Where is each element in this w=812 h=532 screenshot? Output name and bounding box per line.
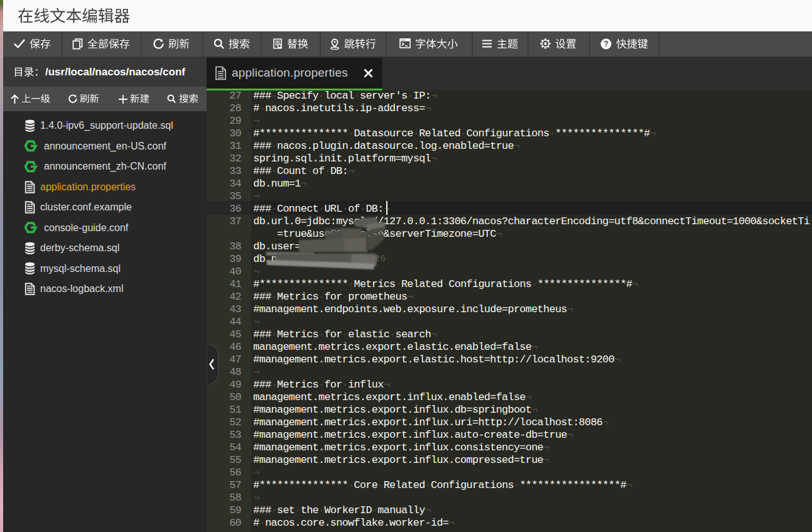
svg-text:26: 26: [374, 254, 386, 264]
svg-text:?: ?: [604, 40, 609, 48]
